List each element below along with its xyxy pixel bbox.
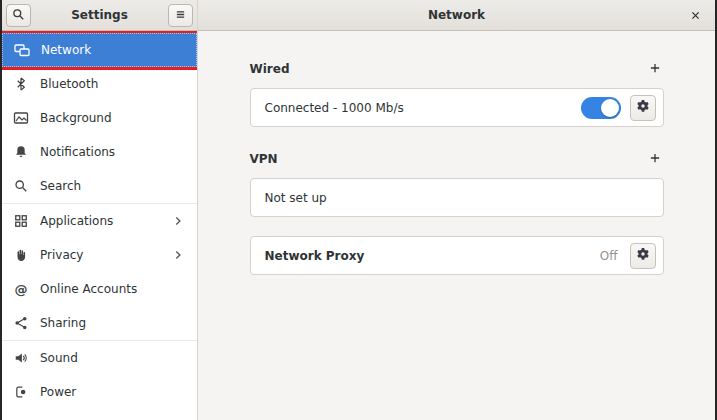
sidebar-headerbar: Settings [2, 0, 197, 31]
sidebar-item-search[interactable]: Search [2, 169, 197, 203]
background-icon [13, 110, 29, 126]
vpn-status-label: Not set up [265, 191, 656, 205]
primary-menu-button[interactable] [168, 4, 193, 27]
sidebar-item-sharing[interactable]: Sharing [2, 306, 197, 340]
sidebar-item-label: Bluetooth [40, 77, 98, 91]
sidebar-item-label: Background [40, 111, 112, 125]
gear-icon [636, 98, 650, 117]
notifications-icon [13, 144, 29, 160]
sidebar-item-label: Online Accounts [40, 282, 137, 296]
wired-section-title: Wired [250, 62, 290, 76]
sidebar-item-label: Sound [40, 351, 78, 365]
sharing-icon [13, 315, 29, 331]
sidebar-item-bluetooth[interactable]: Bluetooth [2, 67, 197, 101]
network-proxy-row[interactable]: Network Proxy Off [250, 236, 664, 275]
sound-icon [13, 350, 29, 366]
wired-settings-button[interactable] [630, 95, 656, 121]
network-panel: Network Wired Connect [198, 0, 715, 420]
wired-toggle[interactable] [581, 97, 621, 119]
sidebar-item-label: Sharing [40, 316, 86, 330]
search-icon [12, 6, 25, 25]
sidebar-item-applications[interactable]: Applications [2, 204, 197, 238]
sidebar-item-label: Network [41, 43, 91, 57]
proxy-section: Network Proxy Off [250, 236, 664, 275]
add-vpn-button[interactable] [646, 150, 664, 168]
panel-title: Network [198, 8, 715, 22]
vpn-section: VPN Not set up [250, 151, 664, 217]
sidebar-item-label: Privacy [40, 248, 83, 262]
applications-icon [13, 213, 29, 229]
online-accounts-icon: @ [13, 281, 29, 297]
plus-icon [649, 59, 661, 78]
settings-window: Settings Network Bluetooth [0, 0, 717, 420]
network-content: Wired Connected - 1000 Mb/s [250, 31, 664, 275]
sidebar-item-label: Applications [40, 214, 113, 228]
sidebar-item-label: Notifications [40, 145, 115, 159]
search-button[interactable] [6, 4, 31, 27]
network-icon [14, 42, 30, 58]
bluetooth-icon [13, 76, 29, 92]
wired-status-label: Connected - 1000 Mb/s [265, 101, 572, 115]
sidebar-item-label: Power [40, 385, 76, 399]
vpn-section-title: VPN [250, 152, 278, 166]
sidebar-item-notifications[interactable]: Notifications [2, 135, 197, 169]
gear-icon [636, 246, 650, 265]
main-headerbar: Network [198, 0, 715, 31]
wired-connection-row[interactable]: Connected - 1000 Mb/s [250, 88, 664, 127]
toggle-knob [601, 99, 619, 117]
hamburger-menu-icon [174, 6, 187, 25]
chevron-right-icon [171, 248, 185, 262]
sidebar-item-power[interactable]: Power [2, 375, 197, 409]
sidebar-item-label: Search [40, 179, 81, 193]
sidebar-item-background[interactable]: Background [2, 101, 197, 135]
proxy-settings-button[interactable] [630, 243, 656, 269]
sidebar-item-network[interactable]: Network [2, 33, 197, 67]
sidebar-item-sound[interactable]: Sound [2, 341, 197, 375]
proxy-title: Network Proxy [265, 249, 591, 263]
sidebar-item-privacy[interactable]: Privacy [2, 238, 197, 272]
power-icon [13, 384, 29, 400]
search-icon [13, 178, 29, 194]
vpn-row[interactable]: Not set up [250, 178, 664, 217]
proxy-status: Off [600, 249, 618, 263]
plus-icon [649, 149, 661, 168]
close-icon [690, 6, 701, 25]
sidebar-item-online-accounts[interactable]: @ Online Accounts [2, 272, 197, 306]
add-wired-connection-button[interactable] [646, 60, 664, 78]
sidebar-nav: Network Bluetooth Background Notificatio… [2, 31, 197, 420]
wired-section: Wired Connected - 1000 Mb/s [250, 61, 664, 127]
sidebar: Settings Network Bluetooth [2, 0, 198, 420]
chevron-right-icon [171, 214, 185, 228]
privacy-icon [13, 247, 29, 263]
close-button[interactable] [686, 6, 704, 24]
